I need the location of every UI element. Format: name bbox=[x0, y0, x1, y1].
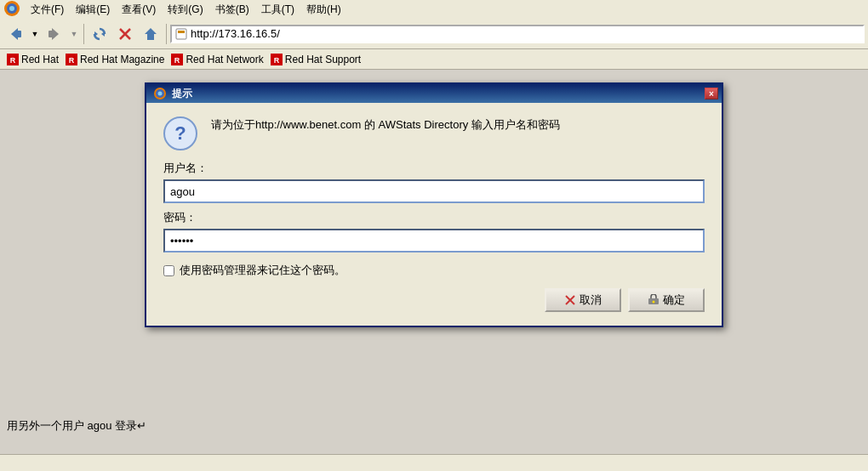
svg-rect-13 bbox=[178, 31, 185, 33]
bookmark-support-label: Red Hat Support bbox=[285, 54, 361, 65]
address-bar[interactable]: http://173.16.16.5/ bbox=[170, 25, 865, 43]
menu-help[interactable]: 帮助(H) bbox=[301, 1, 346, 19]
svg-point-28 bbox=[653, 301, 655, 304]
menu-view[interactable]: 查看(V) bbox=[117, 1, 161, 19]
cancel-label: 取消 bbox=[580, 292, 602, 308]
refresh-button[interactable] bbox=[88, 22, 111, 46]
dialog-firefox-icon bbox=[153, 87, 167, 100]
svg-text:R: R bbox=[69, 56, 75, 65]
svg-text:R: R bbox=[174, 56, 180, 65]
redhat-icon: R bbox=[7, 54, 19, 65]
bookmark-redhat[interactable]: R Red Hat bbox=[7, 54, 59, 65]
browser-window: 文件(F) 编辑(E) 查看(V) 转到(G) 书签(B) 工具(T) 帮助(H… bbox=[0, 0, 868, 471]
save-password-checkbox[interactable] bbox=[163, 265, 174, 276]
dialog-message: 请为位于http://www.benet.com 的 AWStats Direc… bbox=[211, 116, 560, 133]
menu-go[interactable]: 转到(G) bbox=[163, 1, 208, 19]
username-label: 用户名： bbox=[163, 161, 705, 176]
bookmark-magazine-label: Red Hat Magazine bbox=[80, 54, 164, 65]
dialog-body: ? 请为位于http://www.benet.com 的 AWStats Dir… bbox=[146, 103, 722, 326]
back-button[interactable] bbox=[3, 22, 27, 46]
menu-file[interactable]: 文件(F) bbox=[26, 1, 69, 19]
svg-marker-5 bbox=[52, 28, 59, 40]
separator-1 bbox=[83, 24, 84, 44]
dialog-overlay: 提示 × ? 请为位于http://www.benet.com 的 AWStat… bbox=[0, 70, 868, 454]
status-bar bbox=[0, 454, 868, 471]
menu-tools[interactable]: 工具(T) bbox=[256, 1, 300, 19]
bookmark-support[interactable]: R Red Hat Support bbox=[271, 54, 361, 65]
svg-marker-11 bbox=[145, 28, 157, 40]
dialog-buttons: 取消 确定 bbox=[163, 288, 705, 312]
cancel-button[interactable]: 取消 bbox=[545, 288, 621, 312]
stop-button[interactable] bbox=[113, 22, 137, 46]
question-icon: ? bbox=[163, 116, 197, 150]
network-icon: R bbox=[171, 54, 183, 65]
forward-button[interactable] bbox=[43, 22, 66, 46]
bookmarks-bar: R Red Hat R Red Hat Magazine R Red Hat N bbox=[0, 49, 868, 70]
svg-point-24 bbox=[158, 92, 163, 96]
dialog-close-button[interactable]: × bbox=[705, 88, 718, 99]
svg-text:R: R bbox=[10, 56, 16, 65]
dialog-content-row: ? 请为位于http://www.benet.com 的 AWStats Dir… bbox=[163, 116, 705, 150]
menu-edit[interactable]: 编辑(E) bbox=[71, 1, 115, 19]
password-label: 密码： bbox=[163, 210, 705, 225]
save-password-label: 使用密码管理器来记住这个密码。 bbox=[180, 263, 345, 278]
svg-rect-6 bbox=[49, 31, 53, 37]
toolbar: ▼ ▼ bbox=[0, 19, 868, 49]
password-input[interactable] bbox=[163, 229, 705, 253]
menu-bar: 文件(F) 编辑(E) 查看(V) 转到(G) 书签(B) 工具(T) 帮助(H… bbox=[0, 0, 868, 19]
svg-marker-3 bbox=[11, 28, 18, 40]
menu-bookmarks[interactable]: 书签(B) bbox=[210, 1, 254, 19]
dialog-title-bar: 提示 × bbox=[146, 84, 722, 103]
svg-rect-12 bbox=[176, 29, 186, 39]
dialog-title: 提示 bbox=[172, 87, 192, 101]
svg-marker-8 bbox=[94, 31, 98, 37]
bookmark-magazine[interactable]: R Red Hat Magazine bbox=[66, 54, 164, 65]
checkbox-row: 使用密码管理器来记住这个密码。 bbox=[163, 263, 705, 278]
svg-marker-7 bbox=[101, 31, 105, 37]
svg-text:R: R bbox=[274, 56, 280, 65]
ok-label: 确定 bbox=[663, 292, 685, 308]
auth-dialog: 提示 × ? 请为位于http://www.benet.com 的 AWStat… bbox=[145, 82, 723, 327]
bottom-status-text: 用另外一个用户 agou 登录↵ bbox=[7, 418, 146, 434]
ok-button[interactable]: 确定 bbox=[628, 288, 705, 312]
back-dropdown-button[interactable]: ▼ bbox=[29, 22, 41, 46]
magazine-icon: R bbox=[66, 54, 77, 65]
svg-point-2 bbox=[9, 6, 14, 11]
bookmark-network[interactable]: R Red Hat Network bbox=[171, 54, 263, 65]
bookmark-network-label: Red Hat Network bbox=[186, 54, 263, 65]
home-button[interactable] bbox=[139, 22, 163, 46]
dialog-message-text: 请为位于http://www.benet.com 的 AWStats Direc… bbox=[211, 118, 560, 131]
page-content: 提示 × ? 请为位于http://www.benet.com 的 AWStat… bbox=[0, 70, 868, 454]
separator-2 bbox=[166, 24, 167, 44]
forward-dropdown-button[interactable]: ▼ bbox=[68, 22, 80, 46]
cancel-icon bbox=[564, 294, 576, 306]
address-text: http://173.16.16.5/ bbox=[191, 27, 280, 40]
support-icon: R bbox=[271, 54, 283, 65]
username-input[interactable] bbox=[163, 179, 705, 203]
svg-rect-4 bbox=[17, 31, 21, 37]
ok-icon bbox=[648, 294, 660, 306]
bookmark-redhat-label: Red Hat bbox=[21, 54, 59, 65]
address-bar-container: http://173.16.16.5/ bbox=[170, 25, 865, 43]
